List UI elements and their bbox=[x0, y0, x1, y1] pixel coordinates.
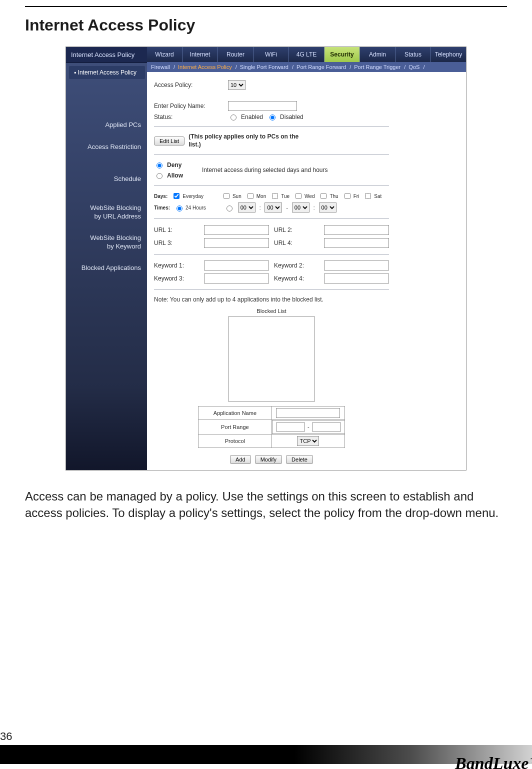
day-mon[interactable]: Mon bbox=[246, 192, 266, 200]
time-range-radio[interactable] bbox=[226, 206, 232, 212]
hours24-radio[interactable] bbox=[176, 206, 182, 212]
hours24-option[interactable]: 24 Hours bbox=[174, 204, 206, 212]
tab-wizard[interactable]: Wizard bbox=[147, 47, 182, 62]
policy-name-input[interactable] bbox=[228, 101, 297, 111]
kw2-input[interactable] bbox=[324, 260, 389, 270]
page-title: Internet Access Policy bbox=[25, 16, 507, 34]
applied-pcs-note: (This policy applies only to PCs on the … bbox=[188, 133, 308, 148]
port-range-from-input[interactable] bbox=[276, 422, 304, 432]
url2-label: URL 2: bbox=[274, 226, 319, 234]
edit-list-button[interactable]: Edit List bbox=[154, 136, 184, 146]
port-range-separator: - bbox=[308, 424, 310, 430]
sidebar-label-blocked-applications: Blocked Applications bbox=[66, 259, 147, 281]
sidebar-label-schedule: Schedule bbox=[66, 170, 147, 192]
subtab-port-range-forward[interactable]: Port Range Forward bbox=[296, 64, 351, 70]
application-table: Application Name Port Range - bbox=[198, 406, 345, 448]
url2-input[interactable] bbox=[324, 225, 389, 235]
access-policy-label: Access Policy: bbox=[154, 82, 224, 88]
day-wed-checkbox[interactable] bbox=[296, 193, 302, 199]
status-enabled-text: Enabled bbox=[241, 114, 263, 120]
allow-radio[interactable] bbox=[156, 173, 162, 179]
day-mon-checkbox[interactable] bbox=[248, 193, 254, 199]
day-sun[interactable]: Sun bbox=[222, 192, 242, 200]
sidebar-label-website-blocking-url: WebSite Blocking by URL Address bbox=[66, 199, 147, 226]
add-button[interactable]: Add bbox=[230, 455, 251, 464]
hours24-text: 24 Hours bbox=[186, 205, 206, 210]
subtab-internet-access-policy[interactable]: Internet Access Policy bbox=[178, 64, 237, 70]
deny-radio[interactable] bbox=[156, 162, 162, 168]
blocked-apps-note: Note: You can only add up to 4 applicati… bbox=[154, 296, 389, 303]
everyday-option[interactable]: Everyday bbox=[172, 192, 204, 200]
day-fri[interactable]: Fri bbox=[342, 192, 360, 200]
sidebar: Internet Access Policy Internet Access P… bbox=[66, 47, 147, 470]
subtab-firewall[interactable]: Firewall bbox=[151, 64, 175, 70]
brand-logo: BandLuxeTM bbox=[455, 754, 532, 769]
kw3-label: Keyword 3: bbox=[154, 275, 199, 282]
port-range-to-input[interactable] bbox=[312, 422, 340, 432]
url4-input[interactable] bbox=[324, 238, 389, 248]
subtab-port-range-trigger[interactable]: Port Range Trigger bbox=[354, 64, 406, 70]
delete-button[interactable]: Delete bbox=[286, 455, 313, 464]
time-to-min[interactable]: 00 bbox=[319, 202, 336, 212]
protocol-select[interactable]: TCP bbox=[297, 436, 319, 446]
protocol-label: Protocol bbox=[198, 434, 272, 448]
sidebar-item-internet-access-policy[interactable]: Internet Access Policy bbox=[69, 66, 145, 79]
status-disabled-radio[interactable] bbox=[270, 114, 276, 120]
tab-router[interactable]: Router bbox=[218, 47, 253, 62]
allow-text: Allow bbox=[167, 172, 183, 179]
sidebar-label-website-blocking-keyword: WebSite Blocking by Keyword bbox=[66, 229, 147, 256]
deny-text: Deny bbox=[167, 162, 182, 168]
sidebar-label-text: WebSite Blocking bbox=[90, 234, 141, 242]
time-from-min[interactable]: 00 bbox=[264, 202, 282, 212]
tab-internet[interactable]: Internet bbox=[182, 47, 218, 62]
status-enabled-radio[interactable] bbox=[230, 114, 236, 120]
day-tue[interactable]: Tue bbox=[270, 192, 290, 200]
modify-button[interactable]: Modify bbox=[255, 455, 282, 464]
allow-option[interactable]: Allow bbox=[154, 172, 183, 179]
day-sun-checkbox[interactable] bbox=[224, 193, 230, 199]
day-sat-checkbox[interactable] bbox=[365, 193, 371, 199]
subtab-single-port-forward[interactable]: Single Port Forward bbox=[240, 64, 294, 70]
access-policy-select[interactable]: 10 bbox=[228, 80, 246, 90]
time-from-hour[interactable]: 00 bbox=[238, 202, 256, 212]
status-disabled-option[interactable]: Disabled bbox=[267, 113, 304, 120]
page-number: 36 bbox=[0, 730, 12, 743]
tab-4glte[interactable]: 4G LTE bbox=[288, 47, 324, 62]
day-thu-checkbox[interactable] bbox=[320, 193, 326, 199]
url3-label: URL 3: bbox=[154, 240, 199, 246]
router-screenshot: Internet Access Policy Internet Access P… bbox=[66, 46, 466, 470]
times-label: Times: bbox=[154, 205, 170, 210]
deny-option[interactable]: Deny bbox=[154, 161, 183, 168]
kw2-label: Keyword 2: bbox=[274, 262, 319, 269]
sidebar-label-access-restriction: Access Restriction bbox=[66, 138, 147, 160]
status-label: Status: bbox=[154, 114, 224, 120]
url3-input[interactable] bbox=[204, 238, 269, 248]
day-wed[interactable]: Wed bbox=[294, 192, 314, 200]
app-name-label: Application Name bbox=[198, 406, 272, 420]
url1-input[interactable] bbox=[204, 225, 269, 235]
everyday-checkbox[interactable] bbox=[174, 193, 180, 199]
subtab-qos[interactable]: QoS bbox=[408, 64, 424, 70]
day-fri-checkbox[interactable] bbox=[344, 193, 350, 199]
tab-security[interactable]: Security bbox=[324, 47, 360, 62]
tab-status[interactable]: Status bbox=[395, 47, 430, 62]
blocked-list-box[interactable] bbox=[228, 316, 314, 402]
days-label: Days: bbox=[154, 194, 168, 199]
time-to-hour[interactable]: 00 bbox=[292, 202, 310, 212]
blocked-list-title: Blocked List bbox=[228, 308, 314, 314]
tab-admin[interactable]: Admin bbox=[360, 47, 395, 62]
day-thu[interactable]: Thu bbox=[318, 192, 338, 200]
day-tue-checkbox[interactable] bbox=[272, 193, 278, 199]
status-disabled-text: Disabled bbox=[280, 114, 304, 120]
kw4-input[interactable] bbox=[324, 274, 389, 284]
footer-bar bbox=[0, 745, 532, 764]
sidebar-label-text: by Keyword bbox=[66, 242, 141, 251]
kw3-input[interactable] bbox=[204, 274, 269, 284]
url4-label: URL 4: bbox=[274, 240, 319, 246]
status-enabled-option[interactable]: Enabled bbox=[228, 113, 263, 120]
tab-telephony[interactable]: Telephony bbox=[430, 47, 466, 62]
tab-wifi[interactable]: WiFi bbox=[253, 47, 288, 62]
day-sat[interactable]: Sat bbox=[363, 192, 382, 200]
kw1-input[interactable] bbox=[204, 260, 269, 270]
app-name-input[interactable] bbox=[276, 408, 340, 418]
